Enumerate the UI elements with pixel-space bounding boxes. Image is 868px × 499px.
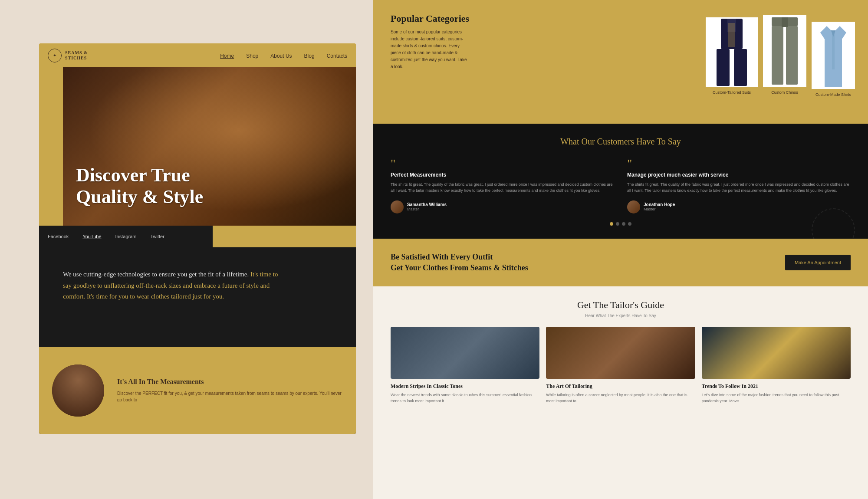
blog-card-title-1: Modern Stripes In Classic Tones [391,383,539,390]
category-label-shirts: Custom-Made Shirts [812,92,855,97]
category-label-suits: Custom-Tailored Suits [706,90,758,95]
appointment-button[interactable]: Make An Appointment [785,255,851,270]
measurements-body: Discover the PERFECT fit for you, & get … [117,390,343,403]
blog-section: Get The Tailor's Guide Hear What The Exp… [373,286,868,499]
blog-card-body-2: While tailoring is often a career neglec… [546,392,695,404]
categories-grid: Custom-Tailored Suits Custom Chinos [706,9,855,97]
cta-section: Be Satisfied With Every Outfit Get Your … [373,239,868,286]
dot-1[interactable] [610,222,613,226]
pagination-dots [391,222,851,226]
dot-2[interactable] [616,222,619,226]
categories-description: Some of our most popular categories incl… [391,29,469,70]
social-bar: Facebook YouTube Instagram Twitter [39,226,213,247]
measurements-text: It's All In The Measurements Discover th… [117,378,343,403]
category-card-chinos[interactable]: Custom Chinos [763,9,806,95]
body-text: We use cutting-edge technologies to ensu… [63,269,280,302]
measurements-section: It's All In The Measurements Discover th… [39,347,356,434]
blog-card-title-2: The Art Of Tailoring [546,383,695,390]
reviewer-role-2: Master [644,207,675,211]
testimonial-body-2: The shirts fit great. The quality of the… [627,181,851,194]
testimonial-card-1: " Perfect Measurements The shirts fit gr… [391,158,614,213]
blog-card-3[interactable]: Trends To Follow In 2021 Let's dive into… [702,327,851,404]
social-twitter[interactable]: Twitter [150,234,164,239]
blog-card-title-3: Trends To Follow In 2021 [702,383,851,390]
testimonial-card-2: " Manage project much easier with servic… [627,158,851,213]
social-facebook[interactable]: Facebook [48,234,69,239]
testimonial-heading-2: Manage project much easier with service [627,172,851,178]
blog-subtitle: Hear What The Experts Have To Say [391,313,851,318]
category-card-shirts[interactable]: Custom-Made Shirts [812,9,855,97]
social-instagram[interactable]: Instagram [115,234,137,239]
blog-card-1[interactable]: Modern Stripes In Classic Tones Wear the… [391,327,539,404]
blog-grid: Modern Stripes In Classic Tones Wear the… [391,327,851,404]
left-panel: ✦ SEAMS & STICHES Home Shop About Us Blo… [39,43,356,434]
reviewer-avatar-1 [391,200,404,213]
category-image-shirts [812,22,855,89]
reviewer-2: Jonathan Hope Master [627,200,851,213]
logo-icon: ✦ [48,49,62,62]
svg-rect-2 [717,49,730,86]
nav-links: Home Shop About Us Blog Contacts [220,52,347,59]
nav-item-contacts[interactable]: Contacts [327,52,347,59]
reviewer-1: Samantha Williams Master [391,200,614,213]
reviewer-name-2: Jonathan Hope [644,202,675,207]
category-label-chinos: Custom Chinos [763,90,806,95]
quote-mark-2: " [627,158,851,170]
hero-overlay: Discover True Quality & Style [76,164,203,208]
blog-card-2[interactable]: The Art Of Tailoring While tailoring is … [546,327,695,404]
logo-text: SEAMS & STICHES [65,50,88,61]
cta-title: Be Satisfied With Every Outfit Get Your … [391,252,528,273]
category-card-suits[interactable]: Custom-Tailored Suits [706,9,758,95]
logo[interactable]: ✦ SEAMS & STICHES [48,49,88,62]
svg-rect-3 [734,49,747,86]
social-youtube[interactable]: YouTube [82,234,101,239]
testimonial-body-1: The shirts fit great. The quality of the… [391,181,614,194]
nav-item-about[interactable]: About Us [270,52,292,59]
nav-item-home[interactable]: Home [220,52,234,59]
popular-categories: Popular Categories Some of our most popu… [373,0,868,124]
blog-title: Get The Tailor's Guide [391,299,851,311]
nav-item-shop[interactable]: Shop [246,52,258,59]
measurements-portrait [52,364,104,417]
reviewer-name-1: Samantha Williams [407,202,447,207]
testimonials-grid: " Perfect Measurements The shirts fit gr… [391,158,851,213]
testimonials-title: What Our Customers Have To Say [391,137,851,147]
nav-item-blog[interactable]: Blog [304,52,315,59]
reviewer-avatar-2 [627,200,640,213]
blog-card-body-1: Wear the newest trends with some classic… [391,392,539,404]
svg-rect-6 [772,26,783,85]
hero-title: Discover True Quality & Style [76,164,203,208]
dot-4[interactable] [628,222,631,226]
blog-image-3 [702,327,851,379]
hero-image: Discover True Quality & Style [63,67,356,226]
blog-card-body-3: Let's dive into some of the major fashio… [702,392,851,404]
svg-rect-4 [728,23,735,47]
testimonials-section: What Our Customers Have To Say " Perfect… [373,124,868,239]
right-panel: Popular Categories Some of our most popu… [373,0,868,499]
blog-image-1 [391,327,539,379]
category-image-suits [706,17,758,87]
measurements-title: It's All In The Measurements [117,378,343,386]
cta-text: Be Satisfied With Every Outfit Get Your … [391,252,528,273]
dot-3[interactable] [622,222,625,226]
svg-rect-7 [786,26,798,85]
navigation: ✦ SEAMS & STICHES Home Shop About Us Blo… [39,43,356,67]
quote-mark-1: " [391,158,614,170]
reviewer-role-1: Master [407,207,447,211]
category-image-chinos [763,15,806,87]
blog-image-2 [546,327,695,379]
testimonial-heading-1: Perfect Measurements [391,172,614,178]
svg-rect-8 [782,17,788,27]
svg-rect-9 [832,30,835,69]
